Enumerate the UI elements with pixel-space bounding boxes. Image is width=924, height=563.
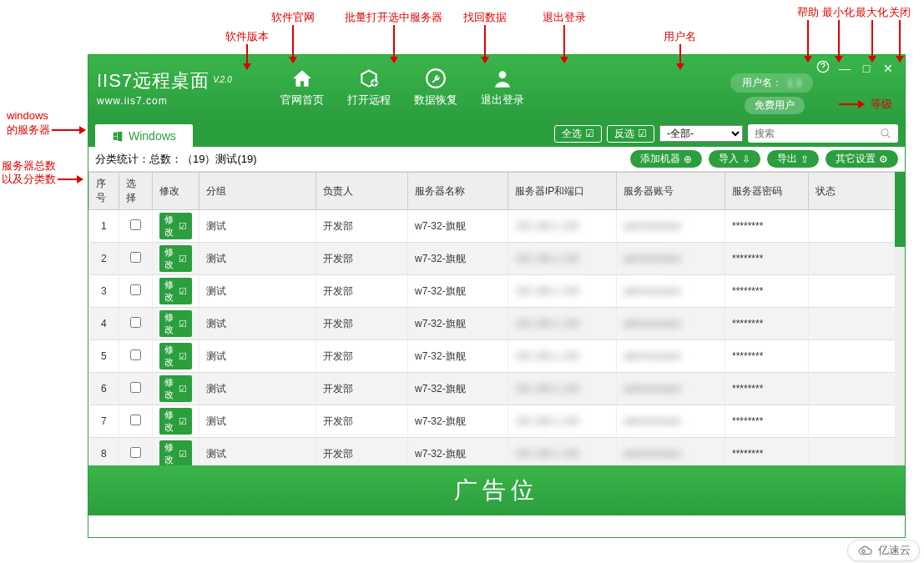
table-row[interactable]: 8 修改 ☑ 测试 开发部 w7-32-旗舰 192.168.1.100 adm… <box>89 438 905 466</box>
close-icon[interactable]: ✕ <box>881 62 895 75</box>
cell-server-name: w7-32-旗舰 <box>408 405 508 438</box>
row-checkbox[interactable] <box>130 317 141 328</box>
cell-status <box>809 340 905 373</box>
app-window: IIS7远程桌面V.2.0 www.iis7.com 官网首页 打开远程 数据恢… <box>88 54 906 538</box>
cell-owner: 开发部 <box>316 243 408 275</box>
row-checkbox[interactable] <box>130 349 141 360</box>
edit-icon: ☑ <box>179 351 187 362</box>
annot-recovery: 找回数据 <box>463 10 507 63</box>
annot-level: 等级 <box>839 97 892 112</box>
cell-password: ******** <box>725 243 809 275</box>
edit-button[interactable]: 修改 ☑ <box>159 310 192 337</box>
edit-button[interactable]: 修改 ☑ <box>159 408 192 435</box>
cell-server-name: w7-32-旗舰 <box>408 308 508 340</box>
row-checkbox[interactable] <box>130 415 141 425</box>
cell-account: administrator <box>617 340 725 373</box>
scroll-thumb[interactable] <box>895 172 905 247</box>
select-all-button[interactable]: 全选 ☑ <box>554 125 602 143</box>
cell-status <box>809 275 905 308</box>
cell-server-name: w7-32-旗舰 <box>408 340 508 373</box>
annot-winserv2: 的服务器 <box>7 123 85 138</box>
edit-icon: ☑ <box>179 416 187 427</box>
annot-batch-open: 批量打开选中服务器 <box>345 10 442 63</box>
export-icon: ⇧ <box>800 153 809 165</box>
gear-icon: ⚙ <box>879 153 888 165</box>
cell-ip: 192.168.1.100 <box>508 243 617 275</box>
cell-ip: 192.168.1.100 <box>508 340 617 373</box>
cell-status <box>809 373 905 405</box>
cell-group: 测试 <box>199 243 316 275</box>
row-number: 5 <box>89 340 119 373</box>
edit-icon: ☑ <box>179 319 187 329</box>
invert-select-button[interactable]: 反选 ☑ <box>607 125 654 143</box>
table-row[interactable]: 4 修改 ☑ 测试 开发部 w7-32-旗舰 192.168.1.100 adm… <box>89 308 905 340</box>
check-icon: ☑ <box>585 128 594 139</box>
cell-group: 测试 <box>199 308 316 340</box>
windows-icon <box>112 130 124 142</box>
cell-ip: 192.168.1.100 <box>508 373 617 405</box>
edit-icon: ☑ <box>179 286 187 297</box>
row-number: 6 <box>89 373 119 405</box>
table-row[interactable]: 5 修改 ☑ 测试 开发部 w7-32-旗舰 192.168.1.100 adm… <box>89 340 905 373</box>
nav-open-remote[interactable]: 打开远程 <box>347 68 391 108</box>
cell-owner: 开发部 <box>316 405 408 438</box>
ad-banner[interactable]: 广告位 <box>88 465 905 515</box>
cell-password: ******** <box>725 340 809 373</box>
nav-recovery[interactable]: 数据恢复 <box>414 68 457 108</box>
edit-button[interactable]: 修改 ☑ <box>159 213 192 239</box>
table-row[interactable]: 3 修改 ☑ 测试 开发部 w7-32-旗舰 192.168.1.100 adm… <box>89 275 905 308</box>
logo-title: IIS7远程桌面 <box>97 70 210 91</box>
edit-button[interactable]: 修改 ☑ <box>159 375 192 402</box>
logo-subtitle: www.iis7.com <box>97 95 264 107</box>
filter-bar: Windows 全选 ☑ 反选 ☑ -全部- <box>88 120 905 147</box>
edit-button[interactable]: 修改 ☑ <box>159 245 192 272</box>
cell-account: administrator <box>617 210 725 243</box>
import-icon: ⇩ <box>742 153 750 165</box>
user-level-badge[interactable]: 免费用户 <box>745 97 805 114</box>
stats-bar: 分类统计：总数：（19）测试(19) 添加机器 ⊕ 导入 ⇩ 导出 ⇧ 其它设置… <box>88 147 905 172</box>
row-checkbox[interactable] <box>130 382 141 393</box>
tab-windows[interactable]: Windows <box>95 124 193 147</box>
export-button[interactable]: 导出 ⇧ <box>767 150 819 168</box>
row-checkbox[interactable] <box>130 447 141 458</box>
table-row[interactable]: 2 修改 ☑ 测试 开发部 w7-32-旗舰 192.168.1.100 adm… <box>89 243 905 275</box>
help-icon[interactable] <box>816 60 830 76</box>
annot-total2: 以及分类数 <box>2 172 83 187</box>
annot-max: 最大化 <box>856 5 888 62</box>
cube-icon <box>358 68 380 89</box>
settings-button[interactable]: 其它设置 ⚙ <box>826 150 898 168</box>
check-icon: ☑ <box>638 128 647 139</box>
cell-group: 测试 <box>199 340 316 373</box>
add-machine-button[interactable]: 添加机器 ⊕ <box>630 150 702 168</box>
search-input[interactable] <box>755 128 880 139</box>
cell-ip: 192.168.1.100 <box>508 438 617 466</box>
svg-point-2 <box>499 71 507 78</box>
cell-ip: 192.168.1.100 <box>508 275 617 308</box>
cell-account: administrator <box>617 438 725 466</box>
table-row[interactable]: 7 修改 ☑ 测试 开发部 w7-32-旗舰 192.168.1.100 adm… <box>89 405 905 438</box>
search-icon[interactable] <box>880 128 891 139</box>
table-row[interactable]: 1 修改 ☑ 测试 开发部 w7-32-旗舰 192.168.1.100 adm… <box>89 210 905 243</box>
annot-winserv1: windows <box>7 109 48 122</box>
edit-button[interactable]: 修改 ☑ <box>159 343 192 369</box>
nav-home[interactable]: 官网首页 <box>280 68 324 108</box>
edit-icon: ☑ <box>179 221 187 232</box>
cell-status <box>809 438 905 466</box>
edit-button[interactable]: 修改 ☑ <box>159 278 192 304</box>
edit-button[interactable]: 修改 ☑ <box>159 440 192 465</box>
cell-server-name: w7-32-旗舰 <box>408 373 508 405</box>
cell-status <box>809 308 905 340</box>
search-input-wrap <box>748 124 898 143</box>
home-icon <box>291 68 313 89</box>
import-button[interactable]: 导入 ⇩ <box>709 150 760 168</box>
scrollbar[interactable] <box>895 172 905 465</box>
table-row[interactable]: 6 修改 ☑ 测试 开发部 w7-32-旗舰 192.168.1.100 adm… <box>89 373 905 405</box>
row-checkbox[interactable] <box>130 252 141 263</box>
nav-logout[interactable]: 退出登录 <box>481 68 524 108</box>
row-checkbox[interactable] <box>130 284 141 295</box>
group-dropdown[interactable]: -全部- <box>659 125 743 142</box>
cell-group: 测试 <box>199 275 316 308</box>
row-checkbox[interactable] <box>130 219 141 230</box>
edit-icon: ☑ <box>179 384 187 395</box>
svg-point-4 <box>881 129 888 136</box>
